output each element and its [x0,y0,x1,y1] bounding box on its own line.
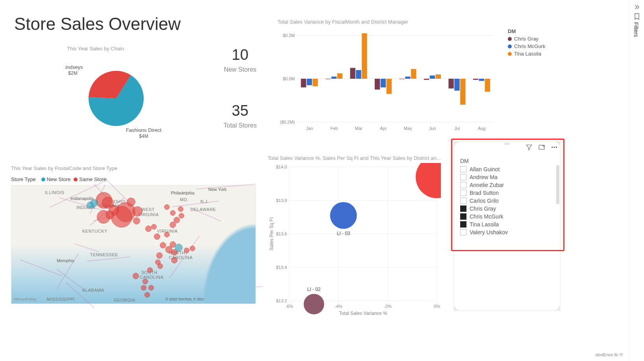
scatter-chart-title: Total Sales Variance %, Sales Per Sq Ft … [268,155,441,161]
bar-chart-legend: DM Chris GrayChris McGurkTina Lassila [508,28,545,58]
map-bubble[interactable] [175,244,183,252]
svg-text:($0.2M): ($0.2M) [280,120,295,124]
svg-text:Mar: Mar [355,126,363,131]
map-bubble[interactable] [142,279,148,284]
map-bubble[interactable] [157,263,163,269]
map-city-label: Memphis [57,258,74,263]
map-legend-title: Store Type [11,176,36,182]
svg-rect-34 [448,79,453,89]
map-bubble[interactable] [174,217,180,223]
bookmark-icon[interactable] [633,13,641,20]
focus-mode-icon[interactable] [538,144,545,151]
drag-handle-icon[interactable] [503,142,511,145]
slicer-item[interactable]: Chris Gray [460,205,555,212]
checkbox-icon[interactable] [460,166,466,172]
slicer-item[interactable]: Carlos Grilo [460,197,555,204]
svg-text:-6%: -6% [285,304,293,309]
svg-text:$0.0M: $0.0M [283,76,295,81]
checkbox-icon[interactable] [460,205,466,212]
checkbox-icon[interactable] [460,221,466,228]
filter-icon[interactable] [526,144,533,151]
filters-pane-label[interactable]: Filters [633,22,639,37]
map-bubble[interactable] [87,202,94,209]
checkbox-icon[interactable] [460,213,466,220]
map-bubble[interactable] [190,246,195,251]
svg-rect-20 [362,33,367,79]
map-bubble[interactable] [164,204,170,210]
filters-pane-collapsed[interactable]: Filters [629,0,644,361]
svg-rect-14 [326,79,331,79]
slicer-visual[interactable]: DM Allan GuinotAndrew MaAnnelie ZubarBra… [453,141,561,311]
svg-text:$13.2: $13.2 [276,298,287,303]
collapse-chevrons-icon[interactable] [633,3,641,11]
bar-legend-item[interactable]: Chris McGurk [508,43,545,49]
map-bubble[interactable] [127,198,135,206]
map-bubble[interactable] [170,210,176,216]
svg-text:Jul: Jul [454,126,460,131]
map-bubble[interactable] [151,224,157,230]
map-bubble[interactable] [144,292,150,298]
svg-text:0%: 0% [434,304,440,309]
map-bubble[interactable] [171,257,178,263]
checkbox-icon[interactable] [460,229,466,235]
scatter-chart: $13.2$13.4$13.6$13.8$14.0-6%-4%-2%0%Sale… [268,163,441,317]
map-bubble[interactable] [133,217,140,224]
svg-rect-16 [337,73,342,79]
bar-legend-item[interactable]: Tina Lassila [508,51,545,57]
map-city-label: Indianapolis [70,196,94,201]
checkbox-icon[interactable] [460,174,466,180]
svg-rect-36 [460,79,465,105]
slicer-item[interactable]: Allan Guinot [460,166,555,173]
map-bubble[interactable] [179,213,184,218]
map-city-label: Philadelphia [171,191,194,195]
slicer-item[interactable]: Valery Ushakov [460,229,555,236]
map-legend-item[interactable]: Same Store [74,176,106,182]
svg-rect-32 [436,74,441,79]
map-bubble[interactable] [141,285,146,291]
svg-point-62 [304,294,324,315]
map-bubble[interactable] [164,232,170,237]
svg-text:$4M: $4M [139,133,148,139]
svg-rect-23 [381,79,386,87]
map-bubble[interactable] [148,285,154,291]
checkbox-icon[interactable] [460,190,466,196]
checkbox-icon[interactable] [460,182,466,188]
svg-rect-39 [479,79,484,81]
svg-rect-24 [387,79,392,94]
svg-text:$14.0: $14.0 [276,165,287,169]
slicer-item[interactable]: Chris McGurk [460,213,555,220]
svg-point-70 [554,147,555,148]
map-bubble[interactable] [178,206,183,212]
map-bubble[interactable] [145,226,152,232]
map-bubble[interactable] [156,252,163,259]
map-chart[interactable]: Microsoft Bing © 2022 TomTom, © 2023 Mic… [11,185,256,304]
map-city-label: New York [208,187,226,192]
slicer-item[interactable]: Annelie Zubar [460,181,555,189]
svg-text:$13.8: $13.8 [276,198,287,203]
slicer-item[interactable]: Andrew Ma [460,174,555,181]
svg-text:Sales Per Sq Ft: Sales Per Sq Ft [269,217,274,250]
slicer-item-label: Annelie Zubar [470,182,504,188]
page-title: Store Sales Overview [14,14,181,34]
slicer-item-label: Allan Guinot [470,166,500,172]
svg-rect-35 [454,79,459,91]
map-legend-item[interactable]: New Store [41,176,71,182]
svg-rect-68 [539,145,544,150]
map-bubble[interactable] [132,206,142,217]
map-bubble[interactable] [97,210,110,224]
map-bubble[interactable] [147,267,153,273]
slicer-scrollbar[interactable] [556,165,559,236]
svg-text:$13.4: $13.4 [276,265,287,270]
slicer-item[interactable]: Brad Sutton [460,189,555,196]
map-bubble[interactable] [133,273,139,279]
svg-point-64 [330,202,357,229]
map-bubble[interactable] [160,242,166,248]
slicer-item[interactable]: Tina Lassila [460,221,555,228]
map-state-label: TENNESSEE [90,252,118,257]
checkbox-icon[interactable] [460,198,466,204]
map-bubble[interactable] [184,248,189,253]
bar-legend-item[interactable]: Chris Gray [508,36,545,42]
footer-credit: obviEnce llc © [595,352,623,357]
svg-rect-22 [375,79,380,90]
map-bubble[interactable] [154,233,160,240]
